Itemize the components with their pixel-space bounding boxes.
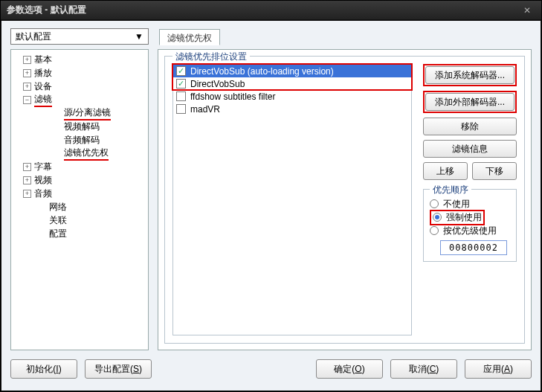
priority-title: 优先顺序 (430, 184, 471, 196)
expand-icon[interactable]: + (23, 176, 31, 184)
tree-item-label: 源/分离滤镜 (64, 106, 111, 121)
add-external-decoder-button[interactable]: 添加外部解码器... (425, 93, 514, 111)
tree-item-label: 网络 (49, 201, 67, 213)
window-title: 参数选项 - 默认配置 (7, 4, 519, 16)
highlight-box-force: 强制使用 (430, 210, 485, 225)
tree-item-label: 音频 (34, 187, 52, 200)
filter-info-button[interactable]: 滤镜信息 (423, 140, 517, 158)
export-config-button[interactable]: 导出配置(S) (85, 359, 152, 379)
expand-icon[interactable]: + (23, 163, 31, 171)
filter-list-label: ffdshow subtitles filter (190, 91, 276, 102)
main-pane: 滤镜优先排位设置 DirectVobSub (auto-loading vers… (158, 49, 532, 350)
priority-force-row[interactable]: 强制使用 (430, 211, 510, 224)
tree-item[interactable]: +播放 (13, 66, 146, 80)
side-buttons: 添加系统解码器... 添加外部解码器... 移除 滤镜信息 上移 下移 优先顺序 (423, 64, 517, 262)
tree-item[interactable]: 音频解码 (13, 133, 146, 147)
tree-item[interactable]: 配置 (13, 227, 146, 240)
tree-item-label: 配置 (49, 228, 67, 240)
radio-none[interactable] (430, 199, 439, 208)
highlight-box-add-sys: 添加系统解码器... (423, 64, 517, 86)
tree-item[interactable]: +视频 (13, 173, 146, 187)
apply-button[interactable]: 应用(A) (465, 359, 532, 379)
tree-item-label: 视频解码 (64, 121, 100, 133)
tree-item-label: 滤镜优先权 (64, 147, 109, 161)
expand-icon[interactable]: + (23, 83, 31, 91)
tree-item-label: 设备 (34, 80, 52, 93)
remove-button[interactable]: 移除 (423, 118, 517, 135)
filter-list-label: DirectVobSub (190, 79, 245, 89)
priority-value[interactable]: 00800002 (440, 240, 507, 255)
filter-list[interactable]: DirectVobSub (auto-loading version)Direc… (172, 64, 412, 335)
titlebar: 参数选项 - 默认配置 ✕ (1, 1, 541, 20)
priority-none-label: 不使用 (443, 198, 470, 211)
tree-item-label: 音频解码 (64, 134, 100, 147)
tree-item-label: 基本 (34, 54, 52, 66)
filter-list-row[interactable]: ffdshow subtitles filter (173, 90, 411, 103)
checkbox[interactable] (176, 91, 186, 101)
filter-list-label: DirectVobSub (auto-loading version) (190, 66, 334, 77)
tree-item[interactable]: 源/分离滤镜 (13, 106, 146, 120)
close-icon[interactable]: ✕ (519, 4, 535, 17)
tree-item-label: 滤镜 (34, 93, 52, 107)
tree-item[interactable]: +音频 (13, 187, 146, 200)
expand-icon[interactable]: + (23, 69, 31, 77)
tree-item[interactable]: 网络 (13, 200, 146, 213)
tree-item[interactable]: 视频解码 (13, 120, 146, 133)
tree-item[interactable]: +字幕 (13, 160, 146, 173)
priority-bypri-row[interactable]: 按优先级使用 (430, 224, 510, 237)
tree-item-label: 关联 (49, 214, 67, 227)
checkbox[interactable] (176, 66, 186, 76)
profile-combo-value: 默认配置 (16, 30, 51, 43)
add-system-decoder-button[interactable]: 添加系统解码器... (425, 66, 514, 84)
highlight-box-add-ext: 添加外部解码器... (423, 91, 517, 113)
profile-combo[interactable]: 默认配置 ▼ (10, 28, 149, 45)
category-tree[interactable]: +基本+播放+设备−滤镜源/分离滤镜视频解码音频解码滤镜优先权+字幕+视频+音频… (10, 49, 149, 350)
priority-group: 优先顺序 不使用 强制使用 (423, 189, 517, 262)
checkbox[interactable] (176, 79, 186, 89)
tree-item[interactable]: +基本 (13, 53, 146, 66)
checkbox[interactable] (176, 104, 186, 114)
priority-force-label: 强制使用 (446, 211, 482, 224)
expand-icon[interactable]: + (23, 56, 31, 64)
tree-item[interactable]: −滤镜 (13, 93, 146, 106)
settings-window: 参数选项 - 默认配置 ✕ 默认配置 ▼ 滤镜优先权 +基本+播放+设备−滤镜源… (0, 0, 542, 392)
initialize-button[interactable]: 初始化(I) (10, 359, 77, 379)
bottom-bar: 初始化(I) 导出配置(S) 确定(O) 取消(C) 应用(A) (10, 359, 532, 382)
cancel-button[interactable]: 取消(C) (390, 359, 457, 379)
expand-icon[interactable]: + (23, 190, 31, 198)
filter-list-row[interactable]: DirectVobSub (auto-loading version) (173, 65, 411, 77)
radio-bypriority[interactable] (430, 226, 439, 235)
window-body: 默认配置 ▼ 滤镜优先权 +基本+播放+设备−滤镜源/分离滤镜视频解码音频解码滤… (1, 20, 541, 391)
filter-list-row[interactable]: madVR (173, 103, 411, 115)
radio-force[interactable] (433, 213, 442, 222)
chevron-down-icon: ▼ (135, 31, 143, 42)
priority-none-row[interactable]: 不使用 (430, 197, 510, 211)
filter-list-label: madVR (190, 104, 220, 115)
priority-bypri-label: 按优先级使用 (443, 225, 497, 237)
tree-item-label: 播放 (34, 67, 52, 80)
group-title: 滤镜优先排位设置 (172, 51, 250, 63)
move-down-button[interactable]: 下移 (472, 162, 517, 180)
tree-item[interactable]: 关联 (13, 213, 146, 227)
move-up-button[interactable]: 上移 (423, 162, 468, 180)
tree-item[interactable]: +设备 (13, 80, 146, 93)
tree-item-label: 视频 (34, 174, 52, 187)
tree-item[interactable]: 滤镜优先权 (13, 147, 146, 160)
tab-strip: 滤镜优先权 (159, 28, 220, 45)
ok-button[interactable]: 确定(O) (316, 359, 383, 379)
filter-priority-group: 滤镜优先排位设置 DirectVobSub (auto-loading vers… (164, 56, 525, 344)
tab-filter-priority[interactable]: 滤镜优先权 (159, 29, 220, 45)
tree-item-label: 字幕 (34, 161, 52, 173)
filter-list-row[interactable]: DirectVobSub (173, 77, 411, 90)
collapse-icon[interactable]: − (23, 96, 31, 104)
